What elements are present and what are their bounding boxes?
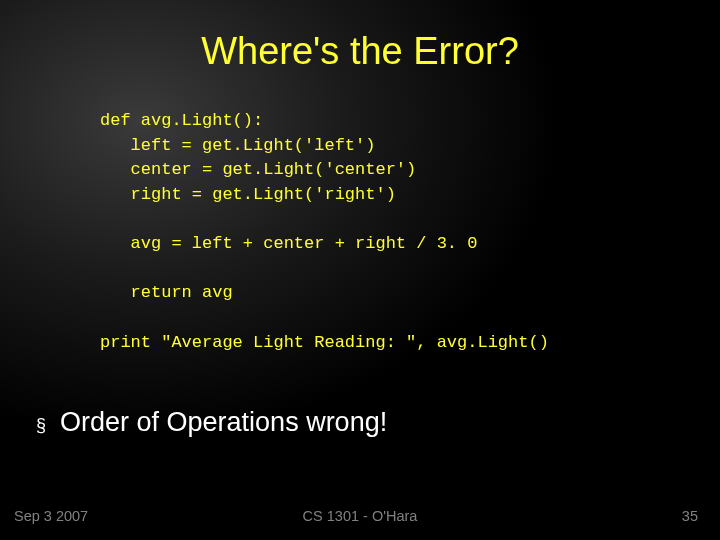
code-line: def avg.Light(): — [100, 111, 263, 130]
code-line: right = get.Light('right') — [100, 185, 396, 204]
slide: Where's the Error? def avg.Light(): left… — [0, 0, 720, 540]
bullet-item: § Order of Operations wrong! — [36, 407, 720, 438]
bullet-text: Order of Operations wrong! — [60, 407, 387, 438]
code-line: avg = left + center + right / 3. 0 — [100, 234, 477, 253]
footer-date: Sep 3 2007 — [14, 508, 88, 524]
code-line: left = get.Light('left') — [100, 136, 375, 155]
slide-title: Where's the Error? — [0, 30, 720, 73]
bullet-marker-icon: § — [36, 413, 46, 438]
code-line: print "Average Light Reading: ", avg.Lig… — [100, 333, 549, 352]
footer-pagenum: 35 — [682, 508, 698, 524]
code-line: center = get.Light('center') — [100, 160, 416, 179]
code-block: def avg.Light(): left = get.Light('left'… — [100, 109, 720, 355]
code-line: return avg — [100, 283, 233, 302]
footer-course: CS 1301 - O'Hara — [303, 508, 418, 524]
bullet-list: § Order of Operations wrong! — [36, 407, 720, 438]
